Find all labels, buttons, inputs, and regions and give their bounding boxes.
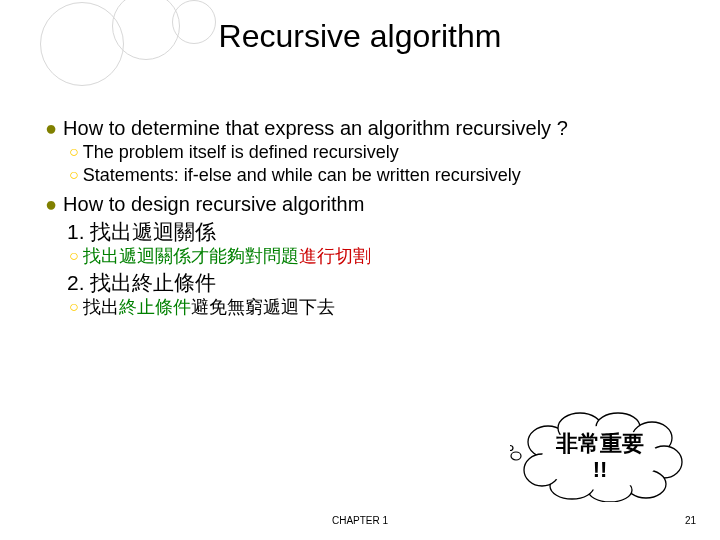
bullet-icon: ○ [69,141,79,164]
bullet-level2: ○ 找出遞迴關係才能夠對問題進行切割 [69,245,685,268]
bullet-icon: ○ [69,245,79,268]
bullet-icon: ● [45,116,57,141]
bullet-text: How to design recursive algorithm [63,192,685,217]
bullet-icon: ○ [69,296,79,319]
bullet-text: 找出終止條件避免無窮遞迴下去 [83,296,685,319]
bullet-level1: ● How to determine that express an algor… [45,116,685,141]
numbered-item: 2. 找出終止條件 [67,270,685,296]
bullet-text: 找出遞迴關係才能夠對問題進行切割 [83,245,685,268]
callout-text: 非常重要!! [510,412,690,502]
footer-page-number: 21 [685,515,696,526]
bullet-text: How to determine that express an algorit… [63,116,685,141]
bullet-text: Statements: if-else and while can be wri… [83,164,685,187]
bullet-level2: ○ 找出終止條件避免無窮遞迴下去 [69,296,685,319]
numbered-item: 1. 找出遞迴關係 [67,219,685,245]
bullet-level2: ○ The problem itself is defined recursiv… [69,141,685,164]
slide-content: ● How to determine that express an algor… [45,110,685,319]
callout-cloud: 非常重要!! [510,412,690,502]
bullet-icon: ○ [69,164,79,187]
bullet-icon: ● [45,192,57,217]
bullet-level1: ● How to design recursive algorithm [45,192,685,217]
slide-title: Recursive algorithm [0,18,720,55]
bullet-level2: ○ Statements: if-else and while can be w… [69,164,685,187]
bullet-text: The problem itself is defined recursivel… [83,141,685,164]
footer-chapter: CHAPTER 1 [0,515,720,526]
